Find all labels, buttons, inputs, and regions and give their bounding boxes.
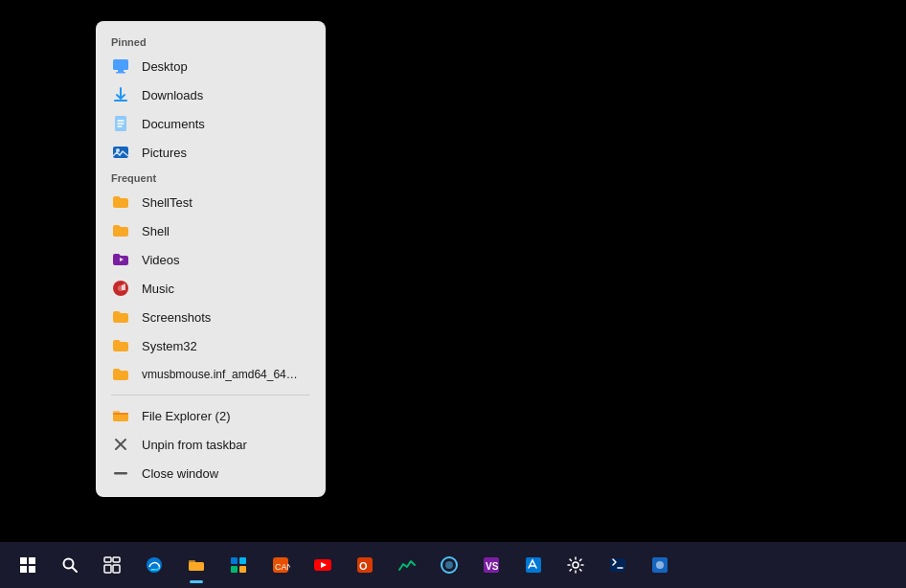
pinned-label: Pinned	[96, 31, 326, 52]
menu-item-documents[interactable]: Documents	[96, 109, 326, 138]
menu-item-desktop[interactable]: Desktop	[96, 52, 326, 80]
taskbar-office[interactable]: O	[345, 545, 385, 585]
svg-rect-0	[113, 59, 128, 70]
close-window-icon	[111, 464, 130, 483]
menu-action-unpin[interactable]: Unpin from taskbar	[96, 430, 326, 459]
menu-item-videos[interactable]: Videos	[96, 245, 326, 274]
videos-icon	[111, 250, 130, 269]
downloads-icon	[111, 85, 130, 104]
svg-rect-18	[114, 472, 127, 475]
unpin-icon	[111, 435, 130, 454]
taskbar-vs[interactable]: VS	[471, 545, 511, 585]
svg-text:VS: VS	[486, 561, 499, 572]
menu-item-vmusbmouse[interactable]: vmusbmouse.inf_amd64_64ac7a0a...	[96, 360, 326, 389]
svg-rect-31	[189, 562, 204, 571]
screenshots-folder-icon	[111, 307, 130, 327]
svg-rect-33	[239, 557, 246, 564]
svg-rect-27	[104, 565, 111, 573]
menu-item-videos-label: Videos	[142, 253, 180, 267]
svg-rect-15	[113, 413, 128, 415]
taskbar-edge[interactable]	[134, 545, 174, 585]
svg-rect-46	[526, 557, 541, 573]
svg-rect-19	[20, 557, 27, 564]
taskbar-app16[interactable]	[640, 545, 680, 585]
system32-folder-icon	[111, 336, 130, 355]
svg-rect-22	[29, 566, 35, 573]
menu-item-shelltest-label: ShellTest	[142, 195, 193, 210]
svg-point-47	[573, 562, 578, 568]
menu-item-pictures[interactable]: Pictures	[96, 138, 326, 167]
taskbar-file-explorer[interactable]	[176, 545, 216, 585]
taskbar-terminal[interactable]	[598, 545, 638, 585]
svg-rect-25	[104, 557, 111, 562]
menu-item-pictures-label: Pictures	[142, 146, 187, 160]
svg-rect-3	[114, 100, 127, 102]
menu-item-shell[interactable]: Shell	[96, 216, 326, 245]
taskbar-youtube[interactable]	[303, 545, 343, 585]
svg-rect-34	[231, 566, 238, 573]
menu-item-music-label: Music	[142, 282, 174, 296]
svg-line-24	[73, 568, 78, 573]
svg-rect-32	[231, 557, 238, 564]
svg-rect-26	[113, 557, 120, 562]
menu-action-unpin-label: Unpin from taskbar	[142, 438, 247, 452]
menu-action-file-explorer[interactable]: File Explorer (2)	[96, 401, 326, 430]
svg-rect-28	[113, 565, 120, 573]
taskbar: CAN O VS	[0, 542, 906, 588]
menu-item-screenshots-label: Screenshots	[142, 310, 211, 325]
svg-text:CAN: CAN	[275, 562, 290, 572]
shell-folder-icon	[111, 221, 130, 240]
taskbar-start[interactable]	[8, 545, 48, 585]
menu-item-screenshots[interactable]: Screenshots	[96, 303, 326, 331]
svg-rect-20	[29, 557, 35, 564]
svg-rect-21	[20, 566, 27, 573]
menu-item-desktop-label: Desktop	[142, 59, 188, 74]
menu-item-downloads[interactable]: Downloads	[96, 80, 326, 109]
svg-rect-8	[113, 147, 128, 158]
taskbar-settings[interactable]	[555, 545, 596, 585]
menu-action-file-explorer-label: File Explorer (2)	[142, 409, 230, 423]
frequent-label: Frequent	[96, 167, 326, 188]
desktop-icon	[111, 57, 130, 76]
menu-item-system32[interactable]: System32	[96, 331, 326, 360]
taskbar-stock[interactable]	[387, 545, 427, 585]
svg-rect-2	[116, 72, 125, 74]
menu-divider	[111, 395, 310, 396]
menu-item-documents-label: Documents	[142, 117, 205, 131]
taskbar-task-view[interactable]	[92, 545, 132, 585]
shelltest-folder-icon	[111, 192, 130, 212]
context-menu: Pinned Desktop Downloads	[96, 21, 326, 497]
svg-rect-1	[118, 70, 124, 72]
menu-item-music[interactable]: Music	[96, 274, 326, 303]
menu-item-shell-label: Shell	[142, 224, 170, 238]
taskbar-search[interactable]	[50, 545, 90, 585]
taskbar-cortana[interactable]	[429, 545, 469, 585]
file-explorer-icon	[111, 406, 130, 425]
menu-item-downloads-label: Downloads	[142, 88, 203, 102]
menu-item-system32-label: System32	[142, 339, 197, 353]
menu-action-close-window-label: Close window	[142, 466, 218, 481]
pictures-icon	[111, 143, 130, 162]
svg-point-51	[656, 561, 664, 569]
svg-text:O: O	[359, 560, 368, 572]
svg-rect-35	[239, 566, 246, 573]
menu-item-shelltest[interactable]: ShellTest	[96, 188, 326, 216]
menu-action-close-window[interactable]: Close window	[96, 459, 326, 487]
vmusbmouse-folder-icon	[111, 365, 130, 384]
taskbar-canoe[interactable]: CAN	[260, 545, 301, 585]
svg-point-43	[445, 561, 453, 569]
documents-icon	[111, 114, 130, 133]
menu-item-vmusbmouse-label: vmusbmouse.inf_amd64_64ac7a0a...	[142, 368, 300, 381]
taskbar-vscode[interactable]	[513, 545, 554, 585]
taskbar-store[interactable]	[218, 545, 259, 585]
music-icon	[111, 279, 130, 298]
